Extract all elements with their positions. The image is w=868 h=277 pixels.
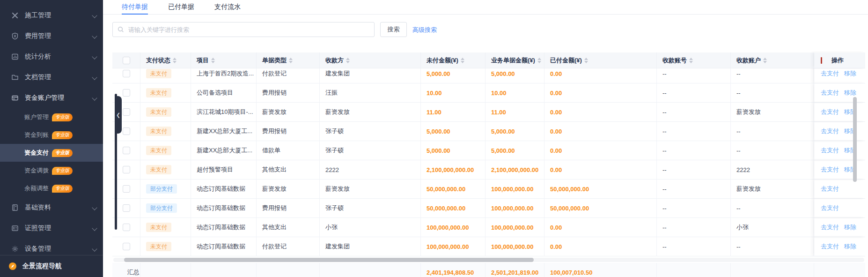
sidebar-item-label: 统计分析 bbox=[25, 52, 89, 61]
sidebar-item-construction[interactable]: 施工管理 bbox=[0, 5, 103, 26]
summary-empty bbox=[257, 263, 320, 277]
sidebar-item-label: 费用管理 bbox=[25, 32, 89, 40]
pay-link[interactable]: 去支付 bbox=[821, 108, 839, 116]
pay-link[interactable]: 去支付 bbox=[821, 165, 839, 174]
select-all-checkbox[interactable] bbox=[123, 57, 130, 64]
row-checkbox[interactable] bbox=[123, 127, 130, 135]
table-row: 未支付上海于首西2期改造...付款登记建发集团5,000.005,000.000… bbox=[112, 68, 865, 83]
search-input[interactable] bbox=[127, 26, 369, 34]
pay-link[interactable]: 去支付 bbox=[821, 204, 839, 212]
tab-payment-flow[interactable]: 支付流水 bbox=[214, 0, 241, 14]
sidebar-collapse-handle[interactable]: ❮ bbox=[115, 96, 122, 134]
actions-cell: 去支付移除 bbox=[814, 141, 865, 160]
remove-link[interactable]: 移除 bbox=[844, 89, 856, 97]
sidebar-item-statistics[interactable]: 统计分析 bbox=[0, 46, 103, 67]
sort-caret-icon[interactable] bbox=[537, 58, 541, 63]
column-header-project[interactable]: 项目 bbox=[191, 52, 257, 68]
pay-link[interactable]: 去支付 bbox=[821, 223, 839, 232]
column-header-account-no[interactable]: 收款账号 bbox=[657, 52, 731, 68]
column-label: 未付金额(¥) bbox=[427, 56, 458, 65]
vertical-scrollbar-thumb[interactable] bbox=[853, 97, 857, 182]
remove-link[interactable]: 移除 bbox=[844, 242, 856, 251]
column-header-payee[interactable]: 收款方 bbox=[320, 52, 421, 68]
sort-caret-icon[interactable] bbox=[584, 58, 588, 63]
row-checkbox[interactable] bbox=[123, 147, 130, 154]
account-no-cell: -- bbox=[657, 160, 731, 179]
payee-cell: 小张 bbox=[320, 218, 421, 237]
sort-caret-icon[interactable] bbox=[763, 58, 767, 63]
paid-amount-cell: 50,000,000.00 bbox=[544, 180, 657, 198]
remove-link[interactable]: 移除 bbox=[844, 223, 856, 232]
column-header-order-amount[interactable]: 业务单据金额(¥) bbox=[485, 52, 544, 68]
pay-link[interactable]: 去支付 bbox=[821, 69, 839, 78]
tab-paid-bills[interactable]: 已付单据 bbox=[168, 0, 194, 14]
account-name-cell: 薪资发放 bbox=[731, 180, 814, 198]
unpaid-amount-cell: 5,000.00 bbox=[421, 68, 485, 83]
row-checkbox[interactable] bbox=[123, 89, 130, 97]
project-cell: 滨江花城10期项目-... bbox=[191, 103, 257, 121]
tab-pending-bills[interactable]: 待付单据 bbox=[122, 0, 148, 14]
column-header-doc-type[interactable]: 单据类型 bbox=[257, 52, 320, 68]
sort-caret-icon[interactable] bbox=[289, 58, 293, 63]
sort-caret-icon[interactable] bbox=[346, 58, 350, 63]
pay-link[interactable]: 去支付 bbox=[821, 242, 839, 251]
sidebar-item-documents[interactable]: 文档管理 bbox=[0, 67, 103, 88]
sidebar-item-certificates[interactable]: 证照管理 bbox=[0, 218, 103, 239]
sidebar-item-label: 证照管理 bbox=[25, 224, 89, 232]
row-checkbox[interactable] bbox=[123, 243, 130, 250]
row-checkbox[interactable] bbox=[123, 185, 130, 193]
pay-link[interactable]: 去支付 bbox=[821, 185, 839, 193]
sidebar-subitem-balance-adjust[interactable]: 余额调整 专业版 bbox=[0, 180, 103, 197]
unpaid-amount-cell: 50,000,000.00 bbox=[421, 199, 485, 217]
row-checkbox[interactable] bbox=[123, 224, 130, 231]
sidebar-item-fees[interactable]: 费用管理 bbox=[0, 26, 103, 46]
remove-link[interactable]: 移除 bbox=[844, 69, 856, 78]
sidebar-item-fund-accounts[interactable]: 资金账户管理 bbox=[0, 88, 103, 108]
column-header-unpaid[interactable]: 未付金额(¥) bbox=[421, 52, 485, 68]
account-no-cell: -- bbox=[657, 199, 731, 217]
sidebar-subitem-label: 资金支付 bbox=[24, 149, 49, 157]
doc-type-cell: 薪资发放 bbox=[257, 180, 320, 198]
sidebar-subitem-fund-transfer[interactable]: 资金调拨 专业版 bbox=[0, 162, 103, 180]
column-header-account-name[interactable]: 收款账户 bbox=[731, 52, 814, 68]
pay-link[interactable]: 去支付 bbox=[821, 89, 839, 97]
sort-caret-icon[interactable] bbox=[461, 58, 464, 63]
paid-amount-cell: 0.00 bbox=[544, 160, 657, 179]
paid-amount-cell: 0.00 bbox=[544, 122, 657, 141]
column-label: 操作 bbox=[831, 56, 844, 65]
sort-caret-icon[interactable] bbox=[211, 58, 215, 63]
column-label: 收款账户 bbox=[736, 56, 761, 65]
panorama-flow-nav[interactable]: 全景流程导航 bbox=[0, 255, 103, 277]
horizontal-scrollbar bbox=[112, 256, 865, 263]
row-checkbox[interactable] bbox=[123, 108, 130, 116]
horizontal-scrollbar-thumb[interactable] bbox=[124, 258, 534, 262]
account-name-cell: -- bbox=[731, 141, 814, 160]
column-label: 业务单据金额(¥) bbox=[491, 56, 535, 65]
row-checkbox[interactable] bbox=[123, 204, 130, 212]
order-amount-cell: 5,000.00 bbox=[485, 141, 544, 160]
status-badge: 未支付 bbox=[146, 242, 171, 251]
summary-empty bbox=[731, 263, 814, 277]
sidebar-item-label: 文档管理 bbox=[25, 73, 89, 82]
summary-row: 汇总 2,401,194,808.50 2,501,201,819.00 100… bbox=[112, 263, 865, 277]
sidebar-item-label: 设备管理 bbox=[25, 245, 89, 253]
sidebar-subitem-fund-payment[interactable]: 资金支付 专业版 bbox=[0, 144, 103, 162]
payee-cell: 张子硕 bbox=[320, 122, 421, 141]
search-button[interactable]: 搜索 bbox=[380, 22, 407, 37]
project-cell: 动态订阅基础数据 bbox=[191, 218, 257, 237]
row-checkbox[interactable] bbox=[123, 70, 130, 77]
actions-cell: 去支付 bbox=[814, 180, 865, 198]
pay-link[interactable]: 去支付 bbox=[821, 146, 839, 155]
advanced-search-link[interactable]: 高级搜索 bbox=[412, 26, 437, 34]
sidebar-item-base-data[interactable]: 基础资料 bbox=[0, 197, 103, 218]
tab-label: 已付单据 bbox=[168, 3, 194, 11]
sidebar-subitem-fund-receipt[interactable]: 资金到账 专业版 bbox=[0, 126, 103, 144]
column-header-status[interactable]: 支付状态 bbox=[140, 52, 191, 68]
pay-link[interactable]: 去支付 bbox=[821, 127, 839, 135]
column-header-paid[interactable]: 已付金额(¥) bbox=[544, 52, 657, 68]
row-checkbox[interactable] bbox=[123, 166, 130, 173]
sidebar-subitem-account-mgmt[interactable]: 账户管理 专业版 bbox=[0, 108, 103, 126]
account-name-cell: -- bbox=[731, 237, 814, 256]
sort-caret-icon[interactable] bbox=[173, 58, 177, 63]
sort-caret-icon[interactable] bbox=[689, 58, 693, 63]
